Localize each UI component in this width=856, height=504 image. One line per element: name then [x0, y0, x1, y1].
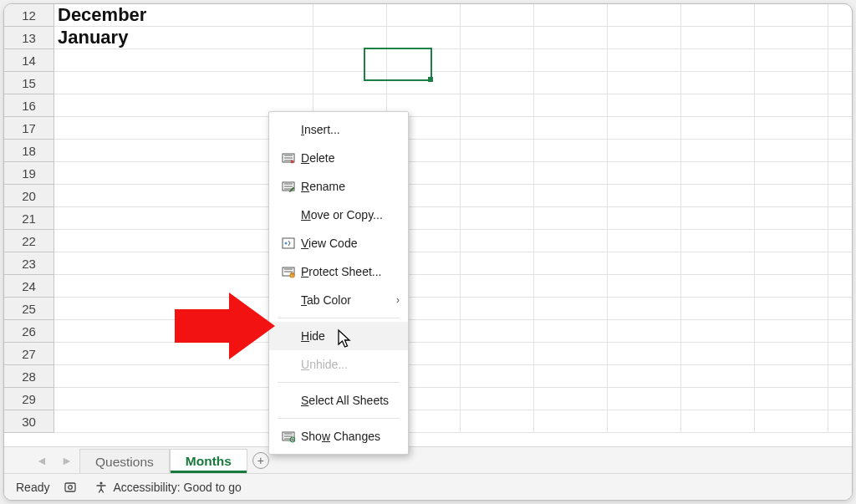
- cell[interactable]: [534, 27, 608, 48]
- row-header[interactable]: 16: [4, 94, 54, 117]
- cell[interactable]: [755, 410, 828, 432]
- macro-record-icon[interactable]: [64, 481, 79, 494]
- cell[interactable]: [608, 320, 681, 342]
- cell[interactable]: [461, 4, 534, 26]
- row-header[interactable]: 29: [4, 388, 54, 410]
- cell[interactable]: [681, 72, 755, 94]
- row-header[interactable]: 26: [4, 320, 54, 343]
- cell[interactable]: [608, 410, 681, 432]
- cell[interactable]: [608, 388, 681, 410]
- menu-hide[interactable]: Hide: [269, 322, 408, 350]
- row-header[interactable]: 22: [4, 230, 54, 252]
- cell[interactable]: [608, 4, 681, 26]
- menu-show-changes[interactable]: Show Changes: [269, 422, 408, 451]
- cell[interactable]: [755, 230, 828, 252]
- sheet-nav-prev[interactable]: ◄: [29, 447, 54, 473]
- row-header[interactable]: 25: [4, 298, 54, 320]
- cell[interactable]: [681, 410, 755, 432]
- cell[interactable]: [461, 185, 534, 206]
- cell[interactable]: [608, 162, 681, 184]
- cell[interactable]: [387, 27, 461, 48]
- cell[interactable]: [461, 207, 534, 229]
- cell[interactable]: [534, 140, 608, 161]
- cell[interactable]: [608, 140, 681, 161]
- cell[interactable]: [681, 252, 755, 274]
- cell[interactable]: [681, 162, 755, 184]
- cell[interactable]: [461, 72, 534, 94]
- cell[interactable]: [681, 275, 755, 297]
- sheet-tab-questions[interactable]: Questions: [79, 449, 170, 474]
- cell[interactable]: [608, 298, 681, 319]
- row-header[interactable]: 20: [4, 185, 54, 207]
- row-header[interactable]: 28: [4, 365, 54, 388]
- cell[interactable]: [681, 388, 755, 410]
- cell[interactable]: [387, 4, 461, 26]
- menu-move-copy[interactable]: Move or Copy...: [269, 201, 408, 229]
- cell[interactable]: [755, 320, 828, 342]
- cell[interactable]: [755, 27, 828, 48]
- cell[interactable]: [755, 49, 828, 71]
- cell[interactable]: [534, 275, 608, 297]
- cell[interactable]: [681, 27, 755, 48]
- cell[interactable]: [681, 207, 755, 229]
- cell[interactable]: [755, 252, 828, 274]
- cell[interactable]: [681, 140, 755, 161]
- cell[interactable]: [534, 252, 608, 274]
- cell[interactable]: [755, 140, 828, 161]
- cell[interactable]: [755, 94, 828, 116]
- cell[interactable]: [54, 72, 313, 94]
- menu-insert[interactable]: Insert...: [269, 115, 408, 144]
- cell[interactable]: [534, 49, 608, 71]
- cell[interactable]: [755, 185, 828, 206]
- cell[interactable]: [461, 410, 534, 432]
- cell[interactable]: [461, 94, 534, 116]
- cell[interactable]: [461, 365, 534, 387]
- menu-view-code[interactable]: View Code: [269, 229, 408, 257]
- cell[interactable]: [755, 117, 828, 139]
- cell[interactable]: [313, 49, 387, 71]
- cell[interactable]: [313, 72, 387, 94]
- cell[interactable]: [534, 343, 608, 364]
- cell[interactable]: [755, 365, 828, 387]
- row-header[interactable]: 21: [4, 207, 54, 230]
- cell[interactable]: [461, 388, 534, 410]
- cell[interactable]: [534, 230, 608, 252]
- cell[interactable]: [681, 94, 755, 116]
- accessibility-icon[interactable]: Accessibility: Good to go: [94, 481, 241, 494]
- sheet-nav-next[interactable]: ►: [54, 447, 79, 473]
- cell[interactable]: [313, 27, 387, 48]
- cell[interactable]: [461, 343, 534, 364]
- row-header[interactable]: 27: [4, 343, 54, 365]
- cell[interactable]: [387, 72, 461, 94]
- cell[interactable]: [461, 162, 534, 184]
- cell[interactable]: [534, 117, 608, 139]
- cell[interactable]: [681, 117, 755, 139]
- cell[interactable]: [534, 4, 608, 26]
- cell[interactable]: [755, 298, 828, 319]
- cell[interactable]: [755, 4, 828, 26]
- menu-select-all-sheets[interactable]: Select All Sheets: [269, 386, 408, 415]
- cell[interactable]: December: [54, 4, 313, 26]
- cell[interactable]: [681, 298, 755, 319]
- cell[interactable]: [534, 207, 608, 229]
- cell[interactable]: [608, 252, 681, 274]
- cell[interactable]: [608, 94, 681, 116]
- cell[interactable]: [461, 252, 534, 274]
- cell[interactable]: [461, 140, 534, 161]
- row-header[interactable]: 30: [4, 410, 54, 433]
- cells-area[interactable]: December January: [54, 4, 852, 446]
- cell[interactable]: [681, 320, 755, 342]
- cell[interactable]: [461, 117, 534, 139]
- cell[interactable]: [755, 343, 828, 364]
- cell[interactable]: [461, 27, 534, 48]
- cell[interactable]: [534, 72, 608, 94]
- row-header[interactable]: 23: [4, 252, 54, 275]
- cell[interactable]: [534, 365, 608, 387]
- cell[interactable]: [755, 162, 828, 184]
- cell[interactable]: [313, 4, 387, 26]
- cell[interactable]: [387, 49, 461, 71]
- cell[interactable]: [608, 230, 681, 252]
- menu-delete[interactable]: Delete: [269, 144, 408, 172]
- cell[interactable]: [461, 320, 534, 342]
- cell[interactable]: [681, 185, 755, 206]
